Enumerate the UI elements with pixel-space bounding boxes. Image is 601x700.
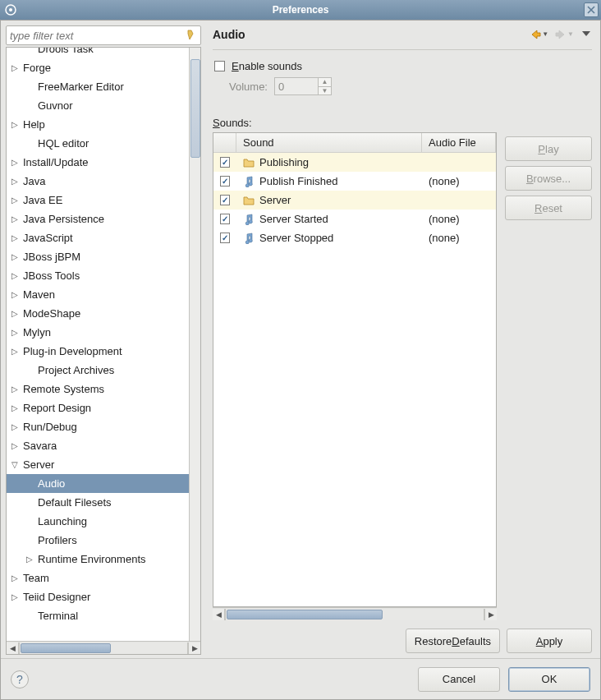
enable-sounds-checkbox[interactable] [214, 61, 225, 71]
tree-item-launching[interactable]: Launching [7, 512, 200, 531]
sound-row[interactable]: Publish Finished(none) [213, 172, 496, 191]
sound-checkbox[interactable] [220, 157, 230, 168]
tree-item-java[interactable]: ▷Java [7, 172, 200, 191]
sound-row[interactable]: Server Started(none) [213, 210, 496, 228]
sound-label: Publishing [259, 156, 309, 168]
tree-item-freemarker-editor[interactable]: FreeMarker Editor [7, 77, 200, 96]
sounds-table[interactable]: Sound Audio File PublishingPublish Finis… [213, 132, 497, 607]
tree-item-terminal[interactable]: Terminal [7, 606, 200, 625]
expand-arrow-icon[interactable]: ▷ [10, 422, 20, 431]
tree-item-project-archives[interactable]: Project Archives [7, 361, 200, 380]
cancel-button[interactable]: Cancel [418, 667, 500, 692]
tree-item-plug-in-development[interactable]: ▷Plug-in Development [7, 342, 200, 361]
tree-item-team[interactable]: ▷Team [7, 569, 200, 587]
sound-checkbox[interactable] [220, 195, 230, 205]
tree-item-remote-systems[interactable]: ▷Remote Systems [7, 380, 200, 398]
tree-item-runtime-environments[interactable]: ▷Runtime Environments [7, 550, 200, 569]
expand-arrow-icon[interactable]: ▷ [10, 271, 20, 280]
scroll-left-icon[interactable]: ◀ [7, 642, 19, 654]
expand-arrow-icon[interactable]: ▷ [10, 158, 20, 167]
tree-item-maven[interactable]: ▷Maven [7, 285, 200, 304]
tree-item-label: FreeMarker Editor [34, 81, 124, 93]
tree-item-java-ee[interactable]: ▷Java EE [7, 191, 200, 210]
tree-item-help[interactable]: ▷Help [7, 115, 200, 134]
browse-button[interactable]: Browse... [505, 166, 592, 191]
expand-arrow-icon[interactable]: ▷ [10, 120, 20, 129]
expand-arrow-icon[interactable]: ▷ [10, 309, 20, 318]
tree-vscroll[interactable] [189, 48, 200, 642]
tree-item-label: Java [20, 175, 45, 187]
scroll-right-icon[interactable]: ▶ [484, 609, 497, 620]
tree-item-savara[interactable]: ▷Savara [7, 436, 200, 455]
apply-button[interactable]: Apply [507, 629, 592, 653]
expand-arrow-icon[interactable]: ▷ [10, 573, 20, 583]
tree[interactable]: Drools Task▷ForgeFreeMarker EditorGuvnor… [6, 47, 201, 655]
tree-item-hql-editor[interactable]: HQL editor [7, 134, 200, 153]
play-button[interactable]: Play [505, 136, 592, 161]
expand-arrow-icon[interactable]: ▽ [10, 460, 20, 469]
restore-defaults-button[interactable]: Restore Defaults [406, 629, 500, 653]
sound-row[interactable]: Server [213, 191, 496, 210]
close-button[interactable] [584, 2, 599, 17]
tree-item-report-design[interactable]: ▷Report Design [7, 398, 200, 417]
tree-item-label: Launching [34, 515, 87, 527]
col-file[interactable]: Audio File [422, 133, 496, 152]
sound-checkbox[interactable] [220, 233, 230, 243]
tree-item-label: Mylyn [20, 326, 51, 338]
expand-arrow-icon[interactable]: ▷ [10, 328, 20, 337]
tree-item-run-debug[interactable]: ▷Run/Debug [7, 417, 200, 436]
expand-arrow-icon[interactable]: ▷ [25, 555, 34, 564]
help-icon[interactable]: ? [11, 670, 29, 688]
tree-item-default-filesets[interactable]: Default Filesets [7, 493, 200, 512]
tree-item-label: JBoss Tools [20, 269, 80, 282]
sound-checkbox[interactable] [220, 214, 230, 224]
filter-box[interactable] [6, 25, 201, 45]
tree-item-javascript[interactable]: ▷JavaScript [7, 228, 200, 247]
sound-file: (none) [422, 232, 496, 244]
expand-arrow-icon[interactable]: ▷ [10, 385, 20, 394]
expand-arrow-icon[interactable]: ▷ [10, 347, 20, 356]
expand-arrow-icon[interactable]: ▷ [10, 233, 20, 242]
tree-item-java-persistence[interactable]: ▷Java Persistence [7, 210, 200, 228]
tree-item-label: Java Persistence [20, 213, 104, 225]
clear-filter-icon[interactable] [186, 29, 197, 43]
tree-item-jboss-tools[interactable]: ▷JBoss Tools [7, 266, 200, 285]
tree-item-install-update[interactable]: ▷Install/Update [7, 153, 200, 172]
sound-checkbox[interactable] [220, 176, 230, 187]
tree-item-server[interactable]: ▽Server [7, 455, 200, 474]
col-check[interactable] [213, 133, 236, 152]
nav-back-icon[interactable]: ▼ [530, 29, 548, 40]
tree-item-profilers[interactable]: Profilers [7, 531, 200, 550]
filter-input[interactable] [10, 30, 186, 42]
tree-item-jboss-jbpm[interactable]: ▷JBoss jBPM [7, 247, 200, 266]
tree-item-mylyn[interactable]: ▷Mylyn [7, 323, 200, 342]
scroll-left-icon[interactable]: ◀ [213, 609, 225, 620]
expand-arrow-icon[interactable]: ▷ [10, 252, 20, 261]
expand-arrow-icon[interactable]: ▷ [10, 441, 20, 450]
reset-button[interactable]: Reset [505, 196, 592, 220]
sound-row[interactable]: Server Stopped(none) [213, 228, 496, 247]
expand-arrow-icon[interactable]: ▷ [10, 214, 20, 223]
tree-item-guvnor[interactable]: Guvnor [7, 96, 200, 115]
expand-arrow-icon[interactable]: ▷ [10, 196, 20, 205]
tree-item-label: HQL editor [34, 137, 89, 150]
sound-label: Server Started [259, 213, 328, 225]
table-hscroll[interactable]: ◀ ▶ [213, 607, 497, 620]
tree-item-drools-task[interactable]: Drools Task [7, 47, 200, 58]
view-menu-icon[interactable] [580, 27, 592, 41]
expand-arrow-icon[interactable]: ▷ [10, 63, 20, 72]
tree-item-teiid-designer[interactable]: ▷Teiid Designer [7, 587, 200, 606]
sound-row[interactable]: Publishing [213, 153, 496, 172]
tree-item-forge[interactable]: ▷Forge [7, 58, 200, 77]
expand-arrow-icon[interactable]: ▷ [10, 592, 20, 601]
expand-arrow-icon[interactable]: ▷ [10, 403, 20, 412]
tree-hscroll[interactable]: ◀ ▶ [7, 641, 200, 654]
col-sound[interactable]: Sound [236, 133, 422, 152]
ok-button[interactable]: OK [508, 667, 590, 692]
tree-item-audio[interactable]: Audio [7, 474, 200, 493]
expand-arrow-icon[interactable]: ▷ [10, 177, 20, 186]
enable-sounds-row[interactable]: Enable sounds [213, 60, 592, 72]
expand-arrow-icon[interactable]: ▷ [10, 290, 20, 299]
tree-item-modeshape[interactable]: ▷ModeShape [7, 304, 200, 323]
scroll-right-icon[interactable]: ▶ [188, 642, 200, 654]
